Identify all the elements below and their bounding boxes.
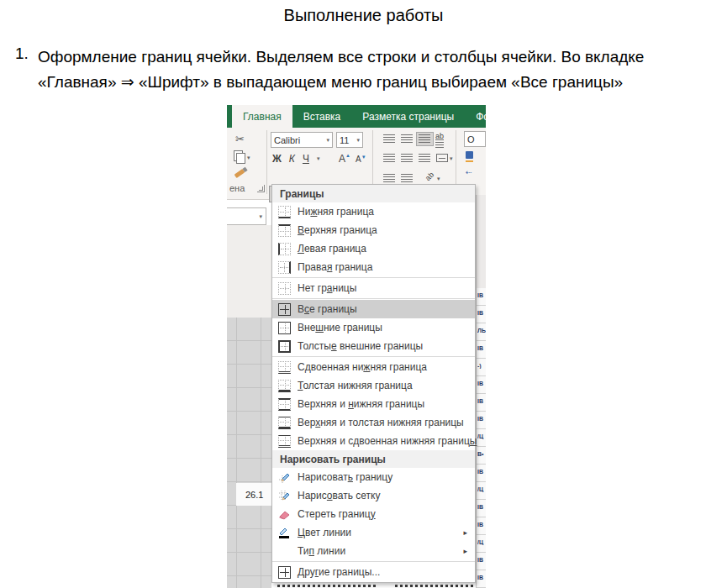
underline-dropdown-icon[interactable]: ▾: [317, 155, 320, 162]
borders-dropdown-menu: Границы Нижняя граница Верхняя граница Л…: [271, 184, 476, 583]
font-style-buttons: Ж К Ч ▾: [272, 153, 319, 165]
menu-item-thick-outside-borders[interactable]: Толстые внешние границы: [272, 337, 475, 355]
increase-indent-icon[interactable]: [401, 174, 413, 182]
cell-text-fragment: /Ц: [477, 486, 486, 492]
align-center-icon[interactable]: [401, 154, 413, 162]
font-name-combo[interactable]: Calibri ▾: [271, 132, 333, 148]
chevron-down-icon: ▾: [326, 137, 329, 144]
menu-item-right-border[interactable]: Правая граница: [272, 258, 475, 276]
clipboard-group-label: ена: [229, 183, 245, 193]
menu-separator: [272, 298, 475, 299]
menu-item-bottom-border[interactable]: Нижняя граница: [272, 202, 475, 221]
cell-text-remnant: [395, 585, 475, 587]
menu-item-double-bottom-border[interactable]: Сдвоенная нижняя граница: [272, 358, 475, 376]
submenu-arrow-icon: ▸: [463, 528, 467, 537]
merge-center-icon[interactable]: [436, 154, 448, 162]
cut-icon[interactable]: ✂: [235, 133, 245, 145]
grow-font-button[interactable]: А▲: [339, 153, 350, 165]
excel-screenshot: Главная Вставка Разметка страницы Формул…: [227, 105, 486, 588]
format-painter-icon[interactable]: [234, 169, 245, 178]
eraser-icon: [278, 508, 291, 521]
number-format-fragment: О: [467, 134, 475, 144]
menu-item-all-borders[interactable]: Все границы: [272, 300, 475, 318]
border-thick-bottom-icon: [278, 380, 291, 392]
menu-item-outside-borders[interactable]: Внешние границы: [272, 318, 475, 337]
border-top-icon: [278, 224, 291, 237]
tab-page-layout[interactable]: Разметка страницы: [351, 105, 465, 128]
menu-item-draw-grid[interactable]: Нарисовать сетку: [272, 486, 475, 505]
menu-item-no-border[interactable]: Нет границы: [272, 279, 475, 297]
align-left-icon[interactable]: [383, 154, 395, 162]
border-thick-outside-icon: [278, 340, 291, 353]
border-none-icon: [278, 282, 291, 295]
menu-item-top-bottom-border[interactable]: Верхняя и нижняя границы: [272, 395, 475, 413]
active-cell[interactable]: 26.1: [236, 483, 271, 506]
chevron-down-icon: ▾: [259, 213, 262, 220]
italic-button[interactable]: К: [289, 153, 295, 165]
cell-text-fragment: IB: [477, 557, 486, 563]
merge-dropdown-icon[interactable]: ▾: [450, 155, 453, 162]
font-size-combo[interactable]: 11 ▾: [336, 132, 363, 148]
paragraph-line: Оформление границ ячейки. Выделяем все с…: [38, 45, 714, 70]
draw-grid-icon: [278, 490, 291, 502]
menu-item-top-double-bottom-border[interactable]: Верхняя и сдвоенная нижняя границы: [272, 432, 475, 450]
underline-button[interactable]: Ч: [303, 153, 309, 165]
font-name-value: Calibri: [274, 135, 300, 145]
menu-item-draw-border[interactable]: Нарисовать границу: [272, 468, 475, 486]
tab-formulas[interactable]: Формул: [465, 105, 486, 128]
currency-icon-bar: [466, 160, 473, 162]
border-right-icon: [278, 261, 291, 274]
orientation-dropdown-icon[interactable]: ▾: [437, 176, 440, 182]
menu-item-line-style[interactable]: Тип линии ▸: [272, 542, 475, 560]
cell-text-fragment: IB: [477, 575, 486, 580]
worksheet-selection[interactable]: [227, 318, 271, 588]
copy-dropdown-icon[interactable]: ▾: [247, 155, 250, 161]
menu-item-more-borders[interactable]: Другие границы...: [272, 563, 475, 581]
menu-item-left-border[interactable]: Левая граница: [272, 239, 475, 258]
align-top-icon[interactable]: [383, 134, 395, 143]
border-top-bottom-icon: [278, 398, 291, 411]
cell-text-fragment: IB: [477, 522, 486, 528]
border-top-double-bottom-icon: [278, 435, 291, 448]
instruction-paragraph: Оформление границ ячейки. Выделяем все с…: [38, 45, 714, 95]
gridline: [236, 318, 237, 588]
dialog-launcher-icon[interactable]: [257, 185, 265, 192]
menu-section-draw-borders: Нарисовать границы: [272, 450, 475, 468]
border-all-icon: [278, 303, 291, 316]
name-box[interactable]: ▾: [227, 207, 266, 225]
border-double-bottom-icon: [278, 361, 291, 374]
chevron-down-icon: ▾: [356, 137, 360, 144]
cell-text-fragment: ЛЬ: [477, 328, 486, 333]
menu-item-erase-border[interactable]: Стереть границу: [272, 505, 475, 523]
border-outside-icon: [278, 322, 291, 334]
list-number: 1.: [15, 45, 29, 63]
decimal-icon-fragment[interactable]: ⇠: [466, 168, 472, 176]
menu-item-thick-bottom-border[interactable]: Толстая нижняя граница: [272, 376, 475, 395]
menu-item-top-border[interactable]: Верхняя граница: [272, 221, 475, 239]
cell-text-fragment: IB: [477, 398, 486, 404]
menu-item-top-thick-bottom-border[interactable]: Верхняя и толстая нижняя границы: [272, 413, 475, 432]
orientation-icon[interactable]: ab: [424, 171, 435, 182]
cell-text-remnant: [277, 585, 378, 587]
bold-button[interactable]: Ж: [272, 153, 282, 165]
copy-icon[interactable]: [234, 150, 243, 161]
tab-home[interactable]: Главная: [232, 105, 292, 128]
menu-item-line-color[interactable]: Цвет линии ▸: [272, 523, 475, 542]
cell-text-fragment: IB: [477, 416, 486, 422]
cell-text-fragment: В•: [477, 451, 486, 457]
formula-bar-area: [227, 225, 271, 318]
number-format-combo[interactable]: О: [464, 131, 486, 147]
decrease-indent-icon[interactable]: [383, 174, 395, 182]
align-middle-icon[interactable]: [401, 134, 413, 143]
currency-icon-fragment[interactable]: [466, 151, 473, 159]
align-right-icon[interactable]: [419, 154, 430, 162]
group-separator: [266, 130, 267, 194]
tab-insert[interactable]: Вставка: [292, 105, 352, 128]
wrap-text-icon[interactable]: ab: [435, 133, 444, 139]
border-left-icon: [278, 243, 291, 255]
menu-separator: [272, 277, 475, 278]
shrink-font-button[interactable]: А▼: [356, 155, 366, 164]
cell-text-fragment: IB: [477, 310, 486, 316]
font-size-buttons: А▲ А▼: [339, 153, 366, 165]
align-bottom-icon[interactable]: [419, 134, 430, 143]
